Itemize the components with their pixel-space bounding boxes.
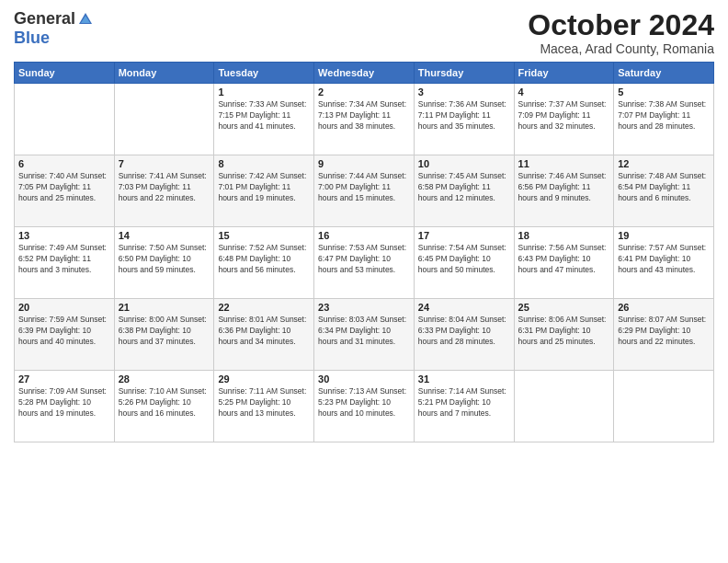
day-info: Sunrise: 7:48 AM Sunset: 6:54 PM Dayligh… [618,171,710,204]
table-row: 17Sunrise: 7:54 AM Sunset: 6:45 PM Dayli… [414,227,514,299]
day-info: Sunrise: 7:11 AM Sunset: 5:25 PM Dayligh… [218,386,310,419]
table-row: 14Sunrise: 7:50 AM Sunset: 6:50 PM Dayli… [114,227,214,299]
day-info: Sunrise: 7:09 AM Sunset: 5:28 PM Dayligh… [18,386,110,419]
calendar-week-row: 13Sunrise: 7:49 AM Sunset: 6:52 PM Dayli… [15,227,714,299]
day-info: Sunrise: 7:45 AM Sunset: 6:58 PM Dayligh… [418,171,510,204]
table-row: 29Sunrise: 7:11 AM Sunset: 5:25 PM Dayli… [214,371,314,442]
table-row [614,371,714,442]
day-number: 30 [318,373,410,385]
day-info: Sunrise: 8:07 AM Sunset: 6:29 PM Dayligh… [618,315,710,348]
logo-blue-text: Blue [14,29,50,48]
table-row: 22Sunrise: 8:01 AM Sunset: 6:36 PM Dayli… [214,299,314,371]
day-info: Sunrise: 7:50 AM Sunset: 6:50 PM Dayligh… [119,243,210,276]
day-number: 5 [618,86,710,98]
day-number: 29 [218,373,310,385]
day-info: Sunrise: 7:36 AM Sunset: 7:11 PM Dayligh… [418,99,510,132]
day-number: 16 [318,230,410,241]
table-row [15,84,115,155]
table-row: 4Sunrise: 7:37 AM Sunset: 7:09 PM Daylig… [514,84,614,155]
header-sunday: Sunday [15,63,115,84]
day-info: Sunrise: 7:42 AM Sunset: 7:01 PM Dayligh… [218,171,310,204]
header: General Blue October 2024 Macea, Arad Co… [14,9,714,56]
calendar-week-row: 6Sunrise: 7:40 AM Sunset: 7:05 PM Daylig… [15,155,714,227]
day-number: 12 [618,158,710,169]
table-row: 25Sunrise: 8:06 AM Sunset: 6:31 PM Dayli… [514,299,614,371]
day-number: 3 [418,86,510,98]
calendar-header-row: Sunday Monday Tuesday Wednesday Thursday… [15,63,714,84]
table-row: 18Sunrise: 7:56 AM Sunset: 6:43 PM Dayli… [514,227,614,299]
day-number: 27 [18,373,110,385]
location-title: Macea, Arad County, Romania [528,41,714,56]
table-row: 28Sunrise: 7:10 AM Sunset: 5:26 PM Dayli… [114,371,214,442]
table-row [514,371,614,442]
table-row: 5Sunrise: 7:38 AM Sunset: 7:07 PM Daylig… [614,84,714,155]
table-row: 8Sunrise: 7:42 AM Sunset: 7:01 PM Daylig… [214,155,314,227]
logo-general-text: General [14,9,75,29]
day-info: Sunrise: 7:44 AM Sunset: 7:00 PM Dayligh… [318,171,410,204]
table-row: 30Sunrise: 7:13 AM Sunset: 5:23 PM Dayli… [314,371,415,442]
header-friday: Friday [514,63,614,84]
table-row: 2Sunrise: 7:34 AM Sunset: 7:13 PM Daylig… [314,84,415,155]
calendar-week-row: 27Sunrise: 7:09 AM Sunset: 5:28 PM Dayli… [15,371,714,442]
day-info: Sunrise: 8:06 AM Sunset: 6:31 PM Dayligh… [518,315,610,348]
table-row: 12Sunrise: 7:48 AM Sunset: 6:54 PM Dayli… [614,155,714,227]
day-info: Sunrise: 8:00 AM Sunset: 6:38 PM Dayligh… [119,315,210,348]
day-number: 10 [418,158,510,169]
table-row: 31Sunrise: 7:14 AM Sunset: 5:21 PM Dayli… [414,371,514,442]
day-number: 25 [518,302,610,313]
day-info: Sunrise: 7:46 AM Sunset: 6:56 PM Dayligh… [518,171,610,204]
day-number: 28 [119,373,210,385]
day-info: Sunrise: 7:54 AM Sunset: 6:45 PM Dayligh… [418,243,510,276]
logo-icon [77,11,94,28]
day-info: Sunrise: 7:53 AM Sunset: 6:47 PM Dayligh… [318,243,410,276]
header-tuesday: Tuesday [214,63,314,84]
day-number: 31 [418,373,510,385]
day-info: Sunrise: 7:13 AM Sunset: 5:23 PM Dayligh… [318,386,410,419]
day-info: Sunrise: 7:41 AM Sunset: 7:03 PM Dayligh… [119,171,210,204]
table-row: 27Sunrise: 7:09 AM Sunset: 5:28 PM Dayli… [15,371,115,442]
day-number: 23 [318,302,410,313]
day-info: Sunrise: 8:04 AM Sunset: 6:33 PM Dayligh… [418,315,510,348]
day-info: Sunrise: 8:01 AM Sunset: 6:36 PM Dayligh… [218,315,310,348]
day-number: 13 [18,230,110,241]
month-title: October 2024 [528,9,714,41]
day-number: 21 [119,302,210,313]
day-info: Sunrise: 7:49 AM Sunset: 6:52 PM Dayligh… [18,243,110,276]
day-number: 17 [418,230,510,241]
day-number: 20 [18,302,110,313]
day-info: Sunrise: 7:34 AM Sunset: 7:13 PM Dayligh… [318,99,410,132]
day-number: 24 [418,302,510,313]
calendar-week-row: 1Sunrise: 7:33 AM Sunset: 7:15 PM Daylig… [15,84,714,155]
calendar-table: Sunday Monday Tuesday Wednesday Thursday… [14,62,714,442]
day-number: 15 [218,230,310,241]
day-info: Sunrise: 7:14 AM Sunset: 5:21 PM Dayligh… [418,386,510,419]
day-info: Sunrise: 7:10 AM Sunset: 5:26 PM Dayligh… [119,386,210,419]
day-info: Sunrise: 7:38 AM Sunset: 7:07 PM Dayligh… [618,99,710,132]
page: General Blue October 2024 Macea, Arad Co… [0,0,728,563]
day-info: Sunrise: 7:56 AM Sunset: 6:43 PM Dayligh… [518,243,610,276]
day-info: Sunrise: 7:37 AM Sunset: 7:09 PM Dayligh… [518,99,610,132]
table-row: 26Sunrise: 8:07 AM Sunset: 6:29 PM Dayli… [614,299,714,371]
day-number: 4 [518,86,610,98]
table-row: 10Sunrise: 7:45 AM Sunset: 6:58 PM Dayli… [414,155,514,227]
day-number: 9 [318,158,410,169]
table-row: 20Sunrise: 7:59 AM Sunset: 6:39 PM Dayli… [15,299,115,371]
table-row: 3Sunrise: 7:36 AM Sunset: 7:11 PM Daylig… [414,84,514,155]
table-row: 23Sunrise: 8:03 AM Sunset: 6:34 PM Dayli… [314,299,415,371]
table-row: 1Sunrise: 7:33 AM Sunset: 7:15 PM Daylig… [214,84,314,155]
table-row: 15Sunrise: 7:52 AM Sunset: 6:48 PM Dayli… [214,227,314,299]
day-number: 14 [119,230,210,241]
day-number: 19 [618,230,710,241]
day-info: Sunrise: 8:03 AM Sunset: 6:34 PM Dayligh… [318,315,410,348]
day-number: 7 [119,158,210,169]
day-number: 11 [518,158,610,169]
day-number: 26 [618,302,710,313]
table-row: 9Sunrise: 7:44 AM Sunset: 7:00 PM Daylig… [314,155,415,227]
header-wednesday: Wednesday [314,63,415,84]
logo: General Blue [14,9,94,48]
day-number: 1 [218,86,310,98]
header-thursday: Thursday [414,63,514,84]
table-row: 6Sunrise: 7:40 AM Sunset: 7:05 PM Daylig… [15,155,115,227]
header-saturday: Saturday [614,63,714,84]
header-monday: Monday [114,63,214,84]
